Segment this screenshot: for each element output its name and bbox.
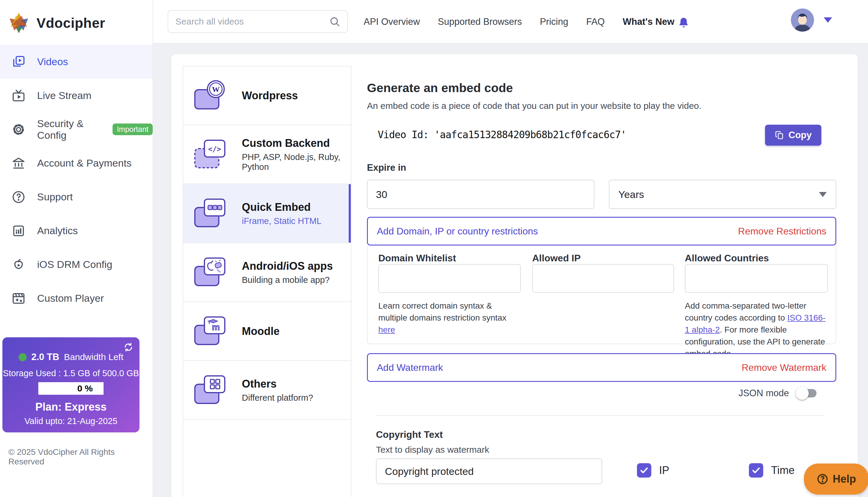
top-nav: API Overview Supported Browsers Pricing … (364, 0, 690, 44)
section-divider (376, 415, 824, 416)
expire-unit-select[interactable]: Years (609, 180, 836, 209)
checkmark-icon (751, 466, 761, 475)
search-box (168, 10, 348, 33)
embed-config: Generate an embed code An embed code is … (367, 54, 836, 497)
search-icon[interactable] (329, 16, 341, 28)
wordpress-icon: W (193, 80, 230, 111)
bandwidth-label: Bandwidth Left (64, 352, 123, 362)
vdocipher-logo-icon (8, 12, 30, 34)
expire-value-input[interactable] (367, 180, 594, 209)
help-label: Help (833, 473, 856, 485)
platform-row-moodle[interactable]: m Moodle (183, 302, 351, 361)
page-description: An embed code is a piece of code that yo… (367, 101, 701, 111)
platform-row-wordpress[interactable]: W Wordpress (183, 66, 351, 125)
video-id-row: Video Id: 'aafca15132884209b68b21cf0fcac… (367, 125, 836, 147)
help-button[interactable]: Help (804, 464, 868, 495)
sidebar-item-videos[interactable]: Videos (0, 45, 153, 79)
bar-chart-icon (11, 224, 26, 238)
search-input[interactable] (168, 16, 329, 27)
question-circle-icon (11, 190, 26, 204)
sidebar-item-label: iOS DRM Config (37, 259, 112, 270)
refresh-icon[interactable] (123, 342, 134, 352)
grid-icon (193, 375, 230, 406)
restrictions-bar: Add Domain, IP or country restrictions R… (367, 217, 836, 245)
platform-title: Moodle (242, 325, 279, 338)
platform-row-quick-embed[interactable]: Quick Embed iFrame, Static HTML (183, 184, 351, 243)
domain-help-prefix: Learn correct domain syntax & multiple d… (378, 301, 507, 322)
bandwidth-value: 2.0 TB (31, 352, 59, 363)
quick-embed-icon (193, 198, 230, 229)
copy-button[interactable]: Copy (765, 125, 821, 146)
remove-watermark-link[interactable]: Remove Watermark (742, 362, 826, 373)
platform-list: W Wordpress </> Custom Backend PHP, ASP,… (182, 66, 352, 497)
brand[interactable]: Vdocipher (0, 0, 153, 39)
time-checkbox-group[interactable]: Time (749, 463, 795, 478)
nav-api-overview[interactable]: API Overview (364, 16, 420, 27)
copy-icon (775, 130, 784, 140)
sidebar-item-label: Videos (37, 56, 68, 68)
apple-play-icon (11, 257, 26, 272)
platform-row-android-ios[interactable]: Android/iOS apps Building a mobile app? (183, 243, 351, 302)
sidebar-item-custom-player[interactable]: Custom Player (0, 281, 153, 315)
sidebar-item-security-config[interactable]: Security & Config Important (0, 112, 153, 146)
nav-supported-browsers[interactable]: Supported Browsers (438, 16, 522, 27)
video-id-text: Video Id: 'aafca15132884209b68b21cf0fcac… (378, 129, 626, 141)
select-caret-icon (819, 192, 827, 197)
help-question-icon (816, 473, 828, 485)
sidebar-item-label: Custom Player (37, 293, 104, 304)
sidebar-item-ios-drm[interactable]: iOS DRM Config (0, 247, 153, 281)
time-checkbox-label: Time (771, 464, 795, 477)
account-menu[interactable] (791, 9, 832, 32)
nav-whats-new[interactable]: What's New (623, 15, 690, 29)
platform-title: Android/iOS apps (242, 260, 333, 272)
svg-text:W: W (212, 85, 220, 94)
clapperboard-icon (11, 291, 26, 306)
json-mode-label: JSON mode (739, 388, 789, 399)
expire-unit-value: Years (618, 189, 644, 200)
platform-title: Others (242, 378, 313, 390)
json-mode-toggle[interactable] (797, 389, 818, 397)
sidebar-item-label: Security & Config (37, 118, 108, 141)
domain-whitelist-label: Domain Whitelist (378, 253, 456, 264)
android-ios-icon (193, 257, 230, 288)
sidebar-item-support[interactable]: Support (0, 180, 153, 214)
top-header: API Overview Supported Browsers Pricing … (153, 0, 868, 44)
ip-checkbox-group[interactable]: IP (637, 463, 669, 478)
copy-label: Copy (788, 130, 812, 141)
remove-restrictions-link[interactable]: Remove Restrictions (738, 226, 826, 237)
copyright-footer: © 2025 VdoCipher All Rights Reserved (9, 448, 153, 467)
bell-icon (677, 15, 690, 29)
time-checkbox[interactable] (749, 463, 763, 478)
bank-icon (11, 156, 26, 170)
restrictions-panel: Domain Whitelist Allowed IP Allowed Coun… (367, 245, 836, 344)
copyright-text-label: Copyright Text (376, 429, 443, 440)
platform-row-custom-backend[interactable]: </> Custom Backend PHP, ASP, Node.js, Ru… (183, 125, 351, 184)
domain-help-link[interactable]: here (378, 325, 395, 334)
checkmark-icon (639, 466, 649, 475)
platform-row-others[interactable]: Others Different platform? (183, 361, 351, 420)
avatar (791, 9, 814, 32)
copyright-text-input[interactable] (376, 458, 602, 484)
expire-in-label: Expire in (367, 162, 406, 173)
sidebar-item-account-payments[interactable]: Account & Payments (0, 146, 153, 180)
sidebar-item-label: Analytics (37, 225, 78, 237)
domain-whitelist-input[interactable] (378, 264, 521, 293)
sidebar-item-live-stream[interactable]: Live Stream (0, 79, 153, 112)
videos-icon (11, 55, 26, 69)
allowed-countries-input[interactable] (685, 264, 828, 293)
sidebar-item-analytics[interactable]: Analytics (0, 214, 153, 247)
embed-panel: W Wordpress </> Custom Backend PHP, ASP,… (171, 54, 858, 497)
nav-pricing[interactable]: Pricing (540, 16, 568, 27)
storage-progress-bar: 0 % (38, 382, 104, 395)
add-watermark-link[interactable]: Add Watermark (377, 362, 443, 373)
allowed-ip-input[interactable] (532, 264, 674, 293)
nav-faq[interactable]: FAQ (586, 16, 605, 27)
storage-used-text: Storage Used : 1.5 GB of 500.0 GB (2, 368, 139, 378)
platform-title: Custom Backend (242, 137, 351, 150)
green-dot-icon (18, 353, 27, 361)
page-title: Generate an embed code (367, 81, 513, 95)
countries-help-text: Add comma-separated two-letter country c… (685, 300, 828, 360)
ip-checkbox[interactable] (637, 463, 651, 478)
moodle-icon: m (193, 316, 230, 347)
add-restrictions-link[interactable]: Add Domain, IP or country restrictions (377, 226, 538, 237)
